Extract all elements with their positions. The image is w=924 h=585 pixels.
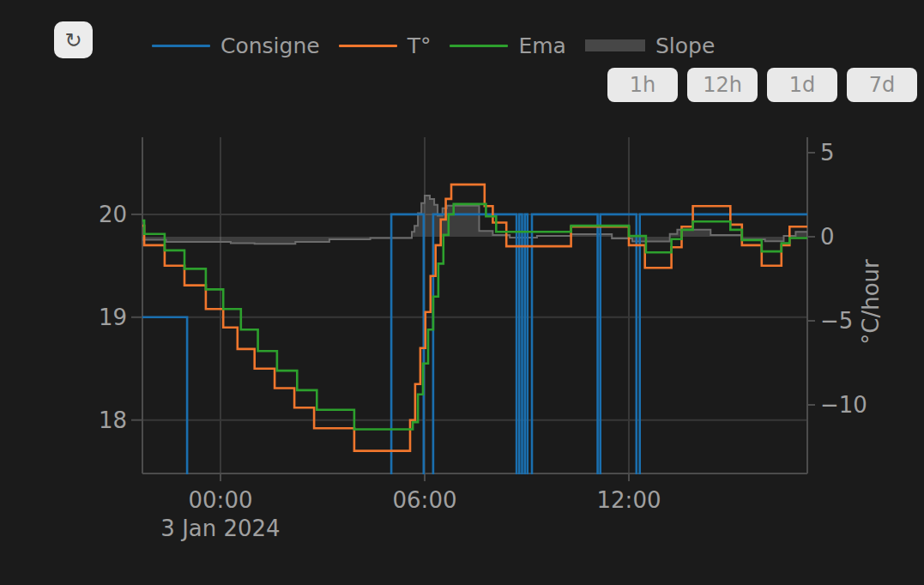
right-axis-tick-label: 0: [820, 224, 835, 250]
temperature-history-chart[interactable]: 20191850−5−1000:0006:0012:003 Jan 2024°C…: [0, 0, 924, 585]
right-axis-tick-label: 5: [820, 140, 835, 166]
x-axis-tick-label: 12:00: [597, 487, 661, 513]
x-axis-tick-label: 06:00: [393, 487, 457, 513]
series-slope-area: [142, 196, 807, 244]
left-axis-tick-label: 20: [99, 202, 127, 227]
right-axis-tick-label: −10: [820, 392, 867, 418]
left-axis-tick-label: 19: [99, 305, 127, 330]
left-axis-tick-label: 18: [99, 407, 127, 433]
x-axis-tick-label: 00:00: [189, 487, 253, 513]
right-axis-title: °C/hour: [858, 259, 884, 345]
series-consigne-line: [142, 214, 807, 492]
x-axis-date-label: 3 Jan 2024: [160, 516, 280, 541]
right-axis-tick-label: −5: [820, 308, 853, 334]
